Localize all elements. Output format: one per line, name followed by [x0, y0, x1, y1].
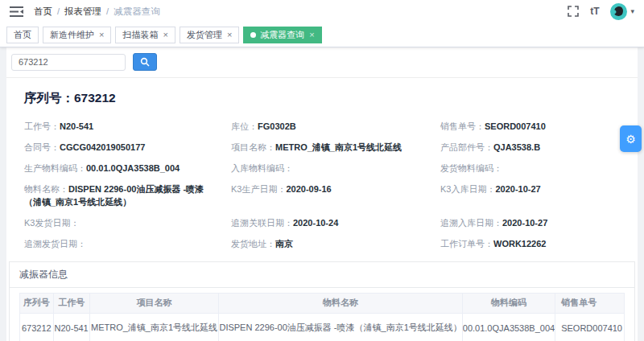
damper-table-viewport: 序列号 工作号 项目名称 物料名称 物料编码 销售单号 673212 N20-5… [19, 293, 625, 341]
page-title: 序列号：673212 [6, 78, 638, 110]
section-title: 减振器信息 [10, 262, 634, 288]
caret-down-icon: ▾ [630, 7, 634, 15]
gear-icon: ⚙ [625, 134, 636, 145]
breadcrumb-separator: / [106, 6, 109, 16]
col-sales-order[interactable]: 销售单号 [555, 293, 625, 313]
cell-material-name: DISPEN 2296-00油压减振器 -喷漆（浦镇_南京1号线北延线） [219, 313, 462, 341]
detail-form: 工作号：N20-541 库位：FG0302B 销售单号：SEORD007410 … [6, 110, 638, 258]
avatar[interactable] [610, 3, 627, 20]
field-product-part-no: 产品部件号：QJA3538.B [440, 142, 638, 154]
field-trace-link-date: 追溯关联日期：2020-10-24 [231, 217, 440, 230]
field-ship-address: 发货地址：南京 [231, 238, 440, 251]
damper-table: 序列号 工作号 项目名称 物料名称 物料编码 销售单号 673212 N20-5… [19, 293, 625, 341]
col-work-no[interactable]: 工作号 [53, 293, 89, 313]
breadcrumb: 首页 / 报表管理 / 减震器查询 [34, 6, 160, 18]
font-size-icon[interactable]: tT [590, 6, 599, 17]
tab-label: 扫描装箱 [122, 29, 158, 41]
top-navbar: 首页 / 报表管理 / 减震器查询 tT ▾ [0, 0, 644, 23]
field-k3-inbound-date: K3入库日期：2020-10-27 [440, 183, 638, 209]
active-dot [250, 32, 256, 38]
table-header-row: 序列号 工作号 项目名称 物料名称 物料编码 销售单号 [20, 293, 625, 313]
field-trace-ship-date: 追溯发货日期： [24, 238, 231, 251]
tab-label: 发货管理 [187, 29, 222, 41]
close-icon[interactable]: × [163, 31, 167, 39]
cell-serial-no: 673212 [20, 313, 54, 341]
tab-new-part-maintain[interactable]: 新造件维护 × [43, 27, 111, 43]
tab-shipping-mgmt[interactable]: 发货管理 × [180, 27, 239, 43]
field-k3-ship-date: K3发货日期： [24, 217, 231, 230]
field-work-order-no: 工作订单号：WORK12262 [440, 238, 638, 251]
field-trace-inbound-date: 追溯入库日期：2020-10-27 [440, 217, 638, 230]
field-prod-material-code: 生产物料编码：00.01.0QJA3538B_004 [24, 162, 231, 175]
field-material-name: 物料名称：DISPEN 2296-00油压减振器 -喷漆（浦镇_南京1号线北延线… [24, 183, 231, 209]
main-content-card: 序列号：673212 工作号：N20-541 库位：FG0302B 销售单号：S… [6, 47, 638, 341]
field-sales-order: 销售单号：SEORD007410 [440, 121, 638, 134]
cell-sales-order: SEORD007410 [555, 313, 625, 341]
tab-damper-query[interactable]: 减震器查询 × [243, 27, 321, 43]
close-icon[interactable]: × [309, 31, 314, 39]
serial-search-input[interactable] [11, 54, 126, 71]
settings-button[interactable]: ⚙ [620, 125, 642, 152]
tab-home[interactable]: 首页 [6, 27, 39, 43]
field-stock-location: 库位：FG0302B [231, 121, 440, 134]
col-serial-no[interactable]: 序列号 [20, 293, 54, 313]
col-project-name[interactable]: 项目名称 [89, 293, 219, 313]
breadcrumb-report-mgmt[interactable]: 报表管理 [64, 6, 101, 18]
avatar-figure [613, 5, 625, 17]
tags-view-bar: 首页 新造件维护 × 扫描装箱 × 发货管理 × 减震器查询 × [0, 23, 644, 47]
sidebar-toggle-icon[interactable] [10, 5, 24, 18]
close-icon[interactable]: × [227, 31, 232, 39]
breadcrumb-current: 减震器查询 [114, 6, 160, 18]
tab-label: 首页 [14, 29, 31, 41]
cell-work-no: N20-541 [53, 313, 89, 341]
search-icon [140, 57, 150, 67]
tab-label: 新造件维护 [50, 29, 94, 41]
table-row[interactable]: 673212 N20-541 METRO_浦镇_南京1号线北延线 DISPEN … [20, 313, 625, 341]
search-button[interactable] [133, 53, 157, 71]
field-ship-material-code: 发货物料编码： [440, 162, 638, 175]
col-material-code[interactable]: 物料编码 [462, 293, 555, 313]
field-contract-no: 合同号：CGCG042019050177 [24, 142, 231, 154]
field-work-no: 工作号：N20-541 [24, 121, 231, 134]
cell-project-name: METRO_浦镇_南京1号线北延线 [89, 313, 219, 341]
col-material-name[interactable]: 物料名称 [219, 293, 462, 313]
close-icon[interactable]: × [99, 31, 104, 39]
breadcrumb-separator: / [57, 6, 60, 16]
navbar-right-tools: tT ▾ [568, 3, 634, 20]
tab-label: 减震器查询 [260, 29, 304, 41]
field-project-name: 项目名称：METRO_浦镇_南京1号线北延线 [231, 142, 440, 154]
tab-scan-packing[interactable]: 扫描装箱 × [115, 27, 175, 43]
breadcrumb-home[interactable]: 首页 [34, 6, 52, 18]
user-menu[interactable]: ▾ [610, 3, 634, 20]
fullscreen-icon[interactable] [568, 6, 579, 17]
field-inbound-material-code: 入库物料编码： [231, 162, 440, 175]
cell-material-code: 00.01.0QJA3538B_004 [462, 313, 555, 341]
search-bar [6, 47, 638, 78]
field-k3-prod-date: K3生产日期：2020-09-16 [231, 183, 440, 209]
damper-info-section: 减振器信息 序列号 工作号 项目名称 物料名称 物料编码 销售单号 673212 [9, 261, 635, 341]
